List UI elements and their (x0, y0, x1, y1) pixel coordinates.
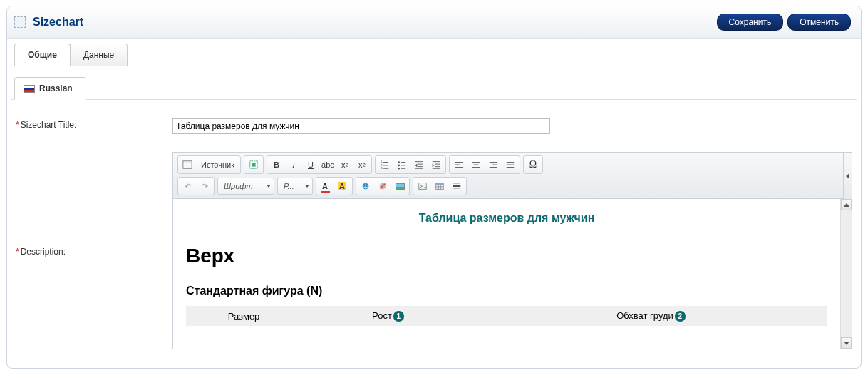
hr-button[interactable] (449, 179, 465, 193)
main-tabs: Общие Данные (11, 43, 857, 66)
align-justify-button[interactable] (502, 158, 518, 172)
svg-text:3: 3 (381, 166, 383, 170)
required-marker: * (16, 247, 19, 257)
svg-marker-20 (415, 163, 418, 167)
bullet-list-button[interactable] (394, 158, 410, 172)
col-size: Размер (186, 306, 301, 326)
underline-button[interactable]: U (303, 158, 319, 172)
cancel-button[interactable]: Отменить (787, 14, 851, 31)
doc-heading-figure: Стандартная фигура (N) (186, 285, 827, 297)
anchor-button[interactable] (392, 179, 408, 193)
source-icon[interactable] (180, 158, 195, 172)
arrow-down-icon (844, 342, 849, 345)
svg-rect-3 (252, 163, 255, 166)
chevron-down-icon (305, 185, 309, 188)
source-button[interactable]: Источник (197, 158, 239, 172)
align-center-button[interactable] (468, 158, 484, 172)
panel: Sizechart Сохранить Отменить Общие Данны… (6, 6, 862, 369)
align-left-button[interactable] (451, 158, 467, 172)
font-dropdown[interactable]: Шрифт (217, 178, 274, 195)
sizechart-title-input[interactable] (172, 118, 550, 134)
row-title: *Sizechart Title: (11, 110, 857, 143)
chevron-down-icon (267, 185, 271, 188)
page-title: Sizechart (33, 16, 713, 29)
scroll-down-button[interactable] (841, 337, 852, 349)
editor-content[interactable]: Таблица размеров для мужчин Верх Стандар… (173, 199, 840, 349)
link-button[interactable] (358, 179, 373, 193)
toolbar-collapse-handle[interactable] (843, 153, 852, 199)
description-label: *Description: (16, 245, 172, 257)
special-char-button[interactable]: Ω (525, 158, 541, 172)
tab-lang-label: Russian (39, 83, 73, 93)
svg-point-14 (398, 168, 400, 170)
panel-header: Sizechart Сохранить Отменить (7, 6, 861, 39)
bold-button[interactable]: B (269, 158, 284, 172)
subscript-button[interactable]: x2 (337, 158, 353, 172)
required-marker: * (16, 120, 19, 130)
select-all-icon[interactable] (246, 158, 262, 172)
row-description: *Description: Источник (11, 143, 857, 358)
numbered-list-button[interactable]: 123 (377, 158, 393, 172)
image-button[interactable] (415, 179, 430, 193)
editor-toolbar: Источник B I U abc x2 (173, 153, 843, 199)
undo-button[interactable]: ↶ (180, 179, 195, 193)
module-icon (14, 16, 26, 28)
col-height: Рост1 (301, 306, 475, 326)
badge-1: 1 (393, 311, 404, 322)
doc-title: Таблица размеров для мужчин (186, 212, 827, 225)
font-size-dropdown[interactable]: Р... (277, 178, 313, 195)
badge-2: 2 (675, 311, 686, 322)
language-tabs: Russian (11, 76, 857, 100)
scroll-up-button[interactable] (841, 199, 852, 210)
size-table: Размер Рост1 Обхват груди2 (186, 306, 827, 326)
col-chest: Обхват груди2 (475, 306, 827, 326)
chevron-left-icon (846, 173, 849, 179)
title-label: *Sizechart Title: (16, 118, 172, 130)
strike-button[interactable]: abc (320, 158, 336, 172)
indent-button[interactable] (428, 158, 444, 172)
wysiwyg-editor: Источник B I U abc x2 (172, 152, 852, 349)
tab-general[interactable]: Общие (14, 44, 71, 66)
doc-heading-top: Верх (186, 245, 827, 267)
editor-scrollbar[interactable] (840, 199, 852, 349)
save-button[interactable]: Сохранить (717, 14, 784, 31)
svg-rect-48 (436, 183, 444, 185)
text-color-button[interactable]: A (318, 179, 334, 193)
outdent-button[interactable] (411, 158, 427, 172)
arrow-up-icon (844, 203, 849, 207)
italic-button[interactable]: I (286, 158, 301, 172)
bg-color-button[interactable]: A (335, 179, 351, 193)
panel-body: Общие Данные Russian *Sizechart Title: *… (7, 39, 861, 368)
align-right-button[interactable] (485, 158, 501, 172)
svg-marker-25 (433, 163, 435, 167)
svg-point-10 (398, 161, 400, 163)
unlink-button[interactable] (375, 179, 391, 193)
tab-data[interactable]: Данные (70, 44, 128, 66)
svg-rect-0 (183, 161, 192, 169)
superscript-button[interactable]: x2 (354, 158, 370, 172)
svg-point-12 (398, 165, 400, 167)
tab-lang-russian[interactable]: Russian (14, 77, 86, 100)
table-button[interactable] (432, 179, 448, 193)
redo-button[interactable]: ↷ (197, 179, 212, 193)
flag-ru-icon (24, 85, 35, 93)
